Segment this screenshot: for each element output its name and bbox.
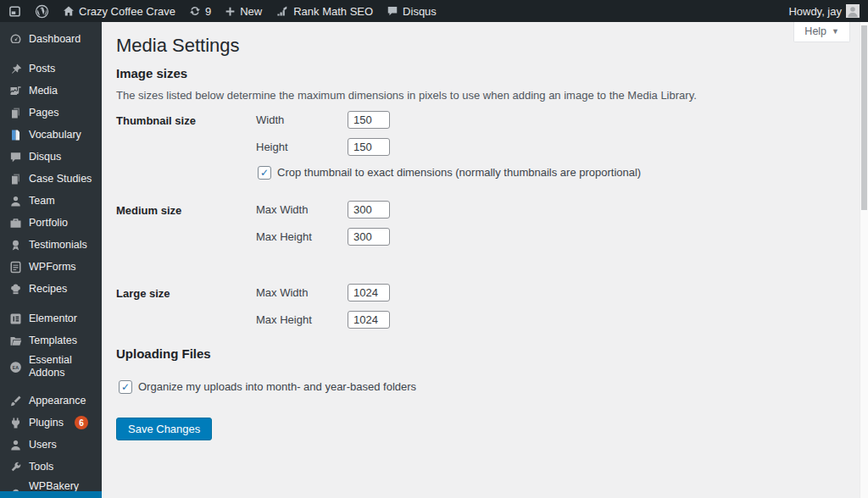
sidebar-item-dashboard[interactable]: Dashboard	[0, 28, 102, 50]
sidebar-item-templates[interactable]: Templates	[0, 329, 102, 351]
sidebar-item-users[interactable]: Users	[0, 434, 102, 456]
large-max-width-label: Max Width	[256, 286, 348, 299]
pushpin-icon	[8, 63, 22, 75]
disqus-adminbar-button[interactable]: Disqus	[387, 0, 437, 22]
large-max-width-input[interactable]	[348, 284, 390, 302]
admin-bar-right: Howdy, jay	[788, 4, 860, 18]
vertical-scrollbar[interactable]	[860, 22, 868, 498]
sidebar-item-label: Portfolio	[29, 214, 70, 232]
main-content: Help ▼ Media Settings Image sizes The si…	[102, 22, 860, 498]
sidebar-item-label: Case Studies	[29, 170, 93, 188]
sidebar-item-label: Tools	[29, 458, 55, 476]
sidebar-item-plugins[interactable]: Plugins 6	[0, 412, 102, 434]
admin-sidebar: Dashboard Posts Media Pages Vocabulary D…	[0, 22, 102, 498]
sidebar-item-essential-addons[interactable]: EA Essential Addons	[0, 351, 102, 382]
form-icon	[8, 261, 22, 274]
sidebar-item-tools[interactable]: Tools	[0, 456, 102, 478]
sidebar-item-disqus[interactable]: Disqus	[0, 146, 102, 168]
site-name-label: Crazy Coffee Crave	[79, 5, 175, 18]
folder-open-icon	[8, 335, 22, 347]
updates-count: 9	[205, 5, 211, 18]
sidebar-item-settings-current[interactable]	[0, 491, 102, 498]
media-icon	[8, 85, 22, 97]
large-max-height-label: Max Height	[256, 313, 348, 326]
updates-button[interactable]: 9	[189, 0, 211, 22]
thumbnail-height-label: Height	[256, 141, 348, 153]
pages-icon	[8, 173, 22, 185]
medium-max-height-label: Max Height	[256, 230, 348, 243]
sidebar-item-label: Plugins	[29, 414, 65, 432]
large-max-height-input[interactable]	[348, 311, 390, 329]
sidebar-item-elementor[interactable]: Elementor	[0, 307, 102, 329]
admin-bar: Crazy Coffee Crave 9 New Rank Math SEO D…	[0, 0, 868, 22]
sidebar-item-wpforms[interactable]: WPForms	[0, 256, 102, 278]
sidebar-item-label: WPForms	[29, 258, 78, 276]
sidebar-item-posts[interactable]: Posts	[0, 58, 102, 80]
document-icon	[8, 129, 22, 141]
admin-bar-left: Crazy Coffee Crave 9 New Rank Math SEO D…	[8, 0, 437, 22]
pages-icon	[8, 107, 22, 119]
thumbnail-width-input[interactable]	[348, 111, 390, 129]
sidebar-item-pages[interactable]: Pages	[0, 102, 102, 124]
medium-max-height-input[interactable]	[348, 228, 390, 246]
rank-math-chart-icon	[275, 5, 289, 17]
my-account-button[interactable]: Howdy, jay	[788, 4, 860, 18]
organize-uploads-checkbox[interactable]: ✓	[119, 380, 132, 394]
comment-icon	[387, 5, 398, 17]
wordpress-logo-icon	[35, 4, 49, 19]
sidebar-item-label: Essential Addons	[29, 351, 102, 382]
sidebar-item-label: Dashboard	[29, 30, 82, 48]
rank-math-menu-button[interactable]: Rank Math SEO	[275, 0, 373, 22]
sidebar-item-media[interactable]: Media	[0, 80, 102, 102]
sidebar-item-label: Appearance	[29, 392, 87, 410]
person-icon	[8, 439, 22, 451]
crop-thumbnail-checkbox[interactable]: ✓	[258, 166, 271, 180]
wrench-icon	[8, 461, 22, 473]
rank-math-label: Rank Math SEO	[293, 5, 373, 18]
sidebar-item-recipes[interactable]: Recipes	[0, 278, 102, 300]
updates-icon	[189, 5, 201, 17]
uploading-files-heading: Uploading Files	[116, 346, 860, 361]
sidebar-item-label: Users	[29, 436, 58, 454]
organize-uploads-row: ✓ Organize my uploads into month- and ye…	[119, 380, 860, 394]
layout-menu-button[interactable]	[8, 0, 21, 22]
thumbnail-width-field: Width	[256, 112, 860, 129]
organize-uploads-label: Organize my uploads into month- and year…	[138, 380, 416, 393]
howdy-label: Howdy, jay	[788, 5, 842, 18]
sidebar-item-label: Posts	[29, 60, 57, 78]
sidebar-item-label: Recipes	[29, 280, 69, 298]
large-size-label: Large size	[116, 285, 256, 339]
sidebar-item-label: Templates	[29, 332, 79, 350]
large-max-width-field: Max Width	[256, 285, 860, 302]
briefcase-icon	[8, 217, 22, 230]
sidebar-item-label: Team	[29, 192, 57, 210]
elementor-icon	[8, 313, 22, 325]
sidebar-item-team[interactable]: Team	[0, 190, 102, 212]
thumbnail-size-row: Thumbnail size Width Height ✓ Crop thumb…	[116, 112, 860, 180]
sidebar-item-label: Media	[29, 82, 59, 100]
image-sizes-heading: Image sizes	[116, 66, 860, 80]
help-button[interactable]: Help ▼	[793, 22, 850, 42]
medium-max-width-input[interactable]	[348, 201, 390, 219]
new-content-button[interactable]: New	[225, 0, 262, 22]
medium-max-height-field: Max Height	[256, 229, 860, 246]
chef-hat-icon	[8, 283, 22, 296]
sidebar-item-testimonials[interactable]: Testimonials	[0, 234, 102, 256]
scrollbar-thumb[interactable]	[861, 25, 867, 210]
site-name-button[interactable]: Crazy Coffee Crave	[63, 0, 175, 22]
plug-icon	[8, 417, 22, 429]
sidebar-item-portfolio[interactable]: Portfolio	[0, 212, 102, 234]
layout-icon	[8, 5, 21, 18]
sidebar-item-appearance[interactable]: Appearance	[0, 390, 102, 412]
crop-thumbnail-row: ✓ Crop thumbnail to exact dimensions (no…	[258, 166, 860, 180]
ea-circle-icon: EA	[8, 361, 22, 374]
thumbnail-height-input[interactable]	[348, 138, 390, 156]
page-title: Media Settings	[116, 33, 860, 58]
save-changes-button[interactable]: Save Changes	[116, 418, 212, 440]
medium-size-row: Medium size Max Width Max Height	[116, 202, 860, 256]
sidebar-item-vocabulary[interactable]: Vocabulary	[0, 124, 102, 146]
large-size-row: Large size Max Width Max Height	[116, 285, 860, 339]
sidebar-item-case-studies[interactable]: Case Studies	[0, 168, 102, 190]
large-max-height-field: Max Height	[256, 312, 860, 329]
wordpress-menu-button[interactable]	[35, 0, 49, 22]
